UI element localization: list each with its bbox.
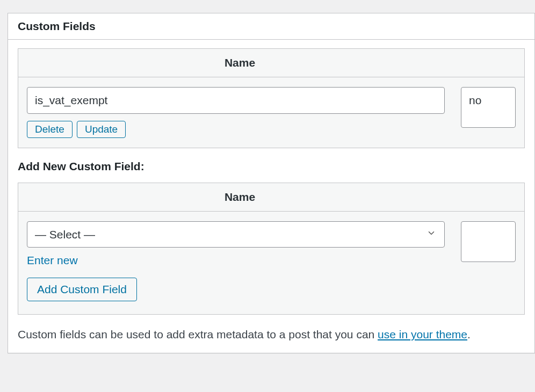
helper-suffix: . xyxy=(467,328,471,340)
meta-key-input[interactable] xyxy=(27,87,445,114)
helper-link[interactable]: use in your theme xyxy=(378,328,467,340)
table-row: Delete Update no xyxy=(18,77,524,148)
custom-fields-panel: Custom Fields Name Delete Update no xyxy=(8,13,535,353)
enter-new-link[interactable]: Enter new xyxy=(27,254,78,267)
existing-table-body: Delete Update no xyxy=(18,77,524,148)
cell-name: — Select — Enter new Add Custom Field xyxy=(27,221,461,302)
add-button-wrap: Add Custom Field xyxy=(27,278,445,301)
panel-title: Custom Fields xyxy=(18,20,525,33)
meta-key-select[interactable]: — Select — xyxy=(27,221,445,248)
meta-value-input[interactable]: no xyxy=(461,87,516,128)
row-actions: Delete Update xyxy=(27,121,445,138)
add-new-table-body: — Select — Enter new Add Custom Field xyxy=(18,212,524,315)
column-header-name: Name xyxy=(18,49,461,77)
meta-key-select-wrap: — Select — xyxy=(27,221,445,248)
existing-table-head: Name xyxy=(18,49,524,77)
add-new-table-head: Name xyxy=(18,183,524,212)
delete-button[interactable]: Delete xyxy=(27,121,73,138)
table-row: — Select — Enter new Add Custom Field xyxy=(18,212,524,315)
column-header-name: Name xyxy=(18,183,461,211)
panel-header: Custom Fields xyxy=(8,13,534,40)
cell-value xyxy=(461,221,516,302)
helper-text: Custom fields can be used to add extra m… xyxy=(18,326,525,342)
cell-name: Delete Update xyxy=(27,87,461,138)
meta-value-input[interactable] xyxy=(461,221,516,262)
cell-value: no xyxy=(461,87,516,138)
panel-body: Name Delete Update no Add Ne xyxy=(8,40,534,353)
add-new-table: Name — Select — Enter new xyxy=(18,183,525,315)
helper-prefix: Custom fields can be used to add extra m… xyxy=(18,328,378,340)
add-new-heading: Add New Custom Field: xyxy=(18,160,525,173)
update-button[interactable]: Update xyxy=(77,121,126,138)
existing-fields-table: Name Delete Update no xyxy=(18,48,525,148)
add-custom-field-button[interactable]: Add Custom Field xyxy=(27,278,137,301)
